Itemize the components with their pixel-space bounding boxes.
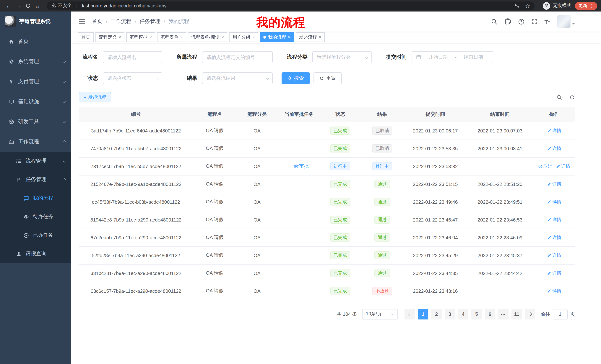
detail-link[interactable]: 详情	[547, 217, 561, 223]
show-search-icon[interactable]	[556, 95, 562, 100]
home-icon[interactable]: ⌂	[33, 1, 42, 10]
key-icon[interactable]	[514, 3, 520, 9]
sidebar-item-infrastructure[interactable]: 基础设施	[0, 92, 71, 112]
tab-user-group[interactable]: 用户分组×	[229, 32, 258, 42]
detail-link[interactable]: 详情	[547, 199, 561, 205]
sidebar-item-workflow[interactable]: 工作流程	[0, 132, 71, 152]
detail-link[interactable]: 详情	[547, 270, 561, 276]
cell-end-time: 2022-01-22 23:46:53	[467, 211, 533, 229]
refresh-icon[interactable]	[570, 95, 575, 100]
page-size-select[interactable]: 10条/页	[362, 309, 398, 319]
page-button-6[interactable]: 6	[485, 309, 495, 319]
close-icon[interactable]: ×	[319, 35, 321, 40]
detail-link[interactable]: 详情	[547, 234, 561, 241]
reload-icon[interactable]	[23, 1, 33, 10]
table-row: 03c6c157-7b9a-11ec-a290-acde48001122 OA …	[79, 282, 575, 300]
cell-status: 已完成	[320, 264, 360, 282]
incognito-chip[interactable]: 无痕模式	[543, 2, 571, 10]
cell-submit-time: 2022-01-22 23:53:35	[404, 140, 467, 157]
create-process-button[interactable]: + 发起流程	[79, 92, 111, 102]
sidebar-item-devtools[interactable]: 研发工具	[0, 112, 71, 132]
close-icon[interactable]: ×	[252, 35, 255, 40]
forward-icon[interactable]: →	[13, 1, 23, 10]
cell-actions: 取消详情	[533, 157, 575, 175]
close-icon[interactable]: ×	[119, 35, 121, 40]
breadcrumb-workflow[interactable]: 工作流程	[111, 18, 131, 25]
sidebar-item-todo-tasks[interactable]: 待办任务	[0, 207, 71, 226]
tab-process-form[interactable]: 流程表单×	[157, 32, 186, 42]
process-definition-input[interactable]	[202, 51, 273, 63]
detail-link[interactable]: 详情	[547, 145, 561, 152]
avatar[interactable]	[557, 15, 571, 28]
back-icon[interactable]: ←	[4, 1, 13, 10]
tab-start-process[interactable]: 发起流程×	[296, 32, 325, 42]
logo[interactable]: 芋道管理系统	[0, 11, 71, 31]
tab-home[interactable]: 首页	[78, 32, 94, 42]
security-warning-label[interactable]: 不安全	[58, 3, 72, 9]
page-button-3[interactable]: 3	[445, 309, 455, 319]
sidebar-item-process-management[interactable]: 流程管理	[0, 152, 71, 170]
status-select[interactable]: 请选择状态	[103, 72, 162, 84]
cancel-link[interactable]: 取消	[538, 163, 552, 169]
result-badge: 不通过	[372, 287, 392, 295]
close-icon[interactable]: ×	[288, 35, 290, 40]
submit-time-range-picker[interactable]: 开始日期 - 结束日期	[411, 51, 493, 63]
page-button-1[interactable]: 1	[418, 309, 428, 319]
bookmark-star-icon[interactable]: ☆	[525, 2, 530, 9]
cell-status: 已完成	[320, 122, 360, 140]
page-button-5[interactable]: 5	[471, 309, 482, 319]
page-button-2[interactable]: 2	[431, 309, 442, 319]
date-end-placeholder[interactable]: 结束日期	[458, 54, 489, 60]
next-page-button[interactable]	[525, 309, 535, 319]
more-pages-button[interactable]: •••	[498, 309, 509, 319]
goto-page-input[interactable]	[553, 309, 568, 319]
current-task-link[interactable]: 一级审批	[289, 163, 309, 169]
result-select[interactable]: 请选择流结果	[202, 72, 273, 84]
chevron-down-icon	[63, 100, 66, 103]
browser-update-button[interactable]: 更新 ⋮	[575, 2, 597, 10]
tab-process-form-edit[interactable]: 流程表单-编辑×	[188, 32, 227, 42]
reset-button[interactable]: 重置	[313, 72, 342, 84]
logo-title: 芋道管理系统	[19, 18, 50, 25]
address-bar[interactable]: 不安全 | dashboard.yudao.iocoder.cn/bpm/tas…	[47, 1, 534, 10]
sidebar-item-payment[interactable]: ¥ 支付管理	[0, 72, 71, 92]
user-menu[interactable]	[557, 15, 575, 28]
close-icon[interactable]: ×	[180, 35, 183, 40]
sidebar-item-my-process[interactable]: 我的流程	[0, 189, 71, 207]
tab-my-process[interactable]: 我的流程×	[260, 32, 294, 42]
process-category-select[interactable]: 请选择流程分类	[312, 51, 372, 63]
fullscreen-icon[interactable]	[531, 19, 537, 25]
github-icon[interactable]	[504, 18, 511, 25]
breadcrumb-home[interactable]: 首页	[92, 18, 102, 25]
date-start-placeholder[interactable]: 开始日期	[423, 54, 453, 60]
sidebar-item-leave-query[interactable]: 请假查询	[0, 245, 71, 263]
sidebar-item-done-tasks[interactable]: 已办任务	[0, 226, 71, 245]
detail-link[interactable]: 详情	[547, 288, 561, 294]
sidebar-item-task-management[interactable]: 任务管理	[0, 170, 71, 189]
close-icon[interactable]: ×	[221, 35, 224, 40]
search-icon[interactable]	[491, 18, 497, 25]
hamburger-icon[interactable]	[77, 16, 88, 27]
cell-status: 已完成	[320, 175, 360, 193]
page-button-11[interactable]: 11	[511, 309, 522, 319]
search-button[interactable]: 搜索	[281, 72, 310, 84]
tab-process-model[interactable]: 流程模型×	[126, 32, 155, 42]
breadcrumb-task-management[interactable]: 任务管理	[140, 18, 160, 25]
close-icon[interactable]: ×	[149, 35, 152, 40]
sidebar-item-home[interactable]: 首页	[0, 31, 71, 52]
help-icon[interactable]	[518, 18, 524, 25]
sidebar-item-system[interactable]: 系统管理	[0, 52, 71, 72]
detail-link[interactable]: 详情	[547, 252, 561, 259]
detail-link[interactable]: 详情	[556, 163, 570, 169]
prev-page-button[interactable]	[404, 309, 415, 319]
process-name-input[interactable]	[103, 51, 162, 63]
detail-link[interactable]: 详情	[547, 127, 561, 134]
cell-id: 331bc281-7b9a-11ec-a290-acde48001122	[79, 264, 193, 282]
status-badge: 已完成	[330, 126, 350, 135]
detail-link[interactable]: 详情	[547, 181, 561, 187]
font-size-icon[interactable]: TT	[544, 18, 550, 25]
url-text[interactable]: dashboard.yudao.iocoder.cn/bpm/task/my	[80, 3, 166, 8]
page-button-4[interactable]: 4	[458, 309, 468, 319]
browser-menu-icon[interactable]: ⋮	[590, 3, 594, 8]
tab-process-definition[interactable]: 流程定义×	[95, 32, 124, 42]
